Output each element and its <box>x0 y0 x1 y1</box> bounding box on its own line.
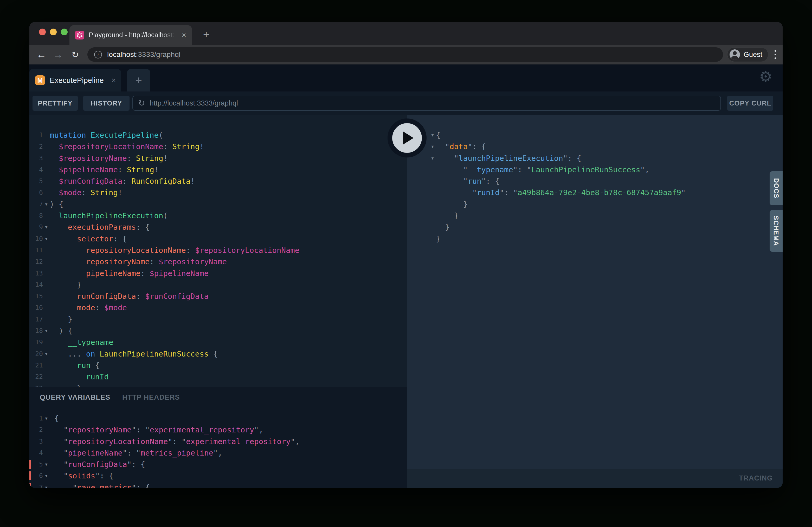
history-button[interactable]: HISTORY <box>83 96 130 111</box>
line-number: 6 <box>29 187 43 198</box>
fold-spacer <box>43 383 50 387</box>
code-line: 9▼ executionParams: { <box>29 222 407 233</box>
query-editor[interactable]: 1mutation ExecutePipeline(2 $repositoryL… <box>29 130 407 387</box>
back-icon[interactable]: ← <box>34 45 49 64</box>
fold-arrow-icon[interactable]: ▼ <box>429 141 436 152</box>
line-number: 17 <box>29 314 43 325</box>
close-window-button[interactable] <box>39 29 46 35</box>
docs-side-tab[interactable]: DOCS <box>770 171 783 205</box>
response-pane[interactable]: ▼{▼ "data": {▼ "launchPipelineExecution"… <box>407 115 783 469</box>
fold-arrow-icon[interactable]: ▼ <box>43 413 50 424</box>
fold-arrow-icon[interactable]: ▼ <box>43 348 50 360</box>
zoom-window-button[interactable] <box>61 29 68 35</box>
endpoint-url-input[interactable]: ↺ http://localhost:3333/graphql <box>132 96 721 111</box>
copy-curl-button[interactable]: COPY CURL <box>727 96 773 111</box>
browser-tab[interactable]: Playground - http://localhost:3 × <box>70 25 192 45</box>
line-number: 9 <box>29 222 43 233</box>
line-number: 1 <box>29 413 43 424</box>
line-number: 23 <box>29 383 43 387</box>
code-line: 15 runConfigData: $runConfigData <box>29 290 407 302</box>
code-line: 10▼ selector: { <box>29 233 407 244</box>
replay-icon[interactable]: ↺ <box>138 98 145 108</box>
line-number: 16 <box>29 302 43 313</box>
line-number: 14 <box>29 279 43 290</box>
tab-http-headers[interactable]: HTTP HEADERS <box>122 393 180 402</box>
address-path: :3333/graphql <box>136 50 180 59</box>
fold-arrow-icon[interactable]: ▼ <box>43 459 50 470</box>
code-line: "runId": "a49b864a-79e2-4be8-b78c-687457… <box>429 187 783 198</box>
fold-spacer <box>429 176 436 187</box>
line-number: 5 <box>29 459 43 470</box>
site-info-icon[interactable]: i <box>94 51 102 59</box>
browser-menu-icon[interactable] <box>773 48 778 61</box>
fold-spacer <box>429 164 436 176</box>
code-line: 12 repositoryName: $repositoryName <box>29 256 407 267</box>
fold-arrow-icon[interactable]: ▼ <box>43 198 50 210</box>
prettify-button[interactable]: PRETTIFY <box>32 96 78 111</box>
tab-query-variables[interactable]: QUERY VARIABLES <box>40 393 110 402</box>
profile-button[interactable]: Guest <box>727 47 768 62</box>
fold-arrow-icon[interactable]: ▼ <box>429 152 436 164</box>
fold-arrow-icon[interactable]: ▼ <box>43 482 50 488</box>
fold-spacer <box>43 371 50 382</box>
fold-arrow-icon[interactable]: ▼ <box>43 222 50 233</box>
line-number: 19 <box>29 336 43 348</box>
playground-tab-bar: M ExecutePipeline × + ⚙ <box>29 64 783 91</box>
variables-editor[interactable]: 1▼{2 "repositoryName": "experimental_rep… <box>29 413 407 488</box>
schema-side-tab[interactable]: SCHEMA <box>770 210 783 252</box>
desktop-background: Playground - http://localhost:3 × + ← → … <box>0 0 812 527</box>
code-line: 6 $mode: String! <box>29 187 407 198</box>
code-line: } <box>429 222 783 233</box>
playground-tab-close-icon[interactable]: × <box>112 76 116 85</box>
minimize-window-button[interactable] <box>50 29 57 35</box>
fold-spacer <box>43 141 50 152</box>
line-number: 18 <box>29 325 43 336</box>
code-line: 5▼ "runConfigData": { <box>29 459 407 470</box>
fold-arrow-icon[interactable]: ▼ <box>43 325 50 336</box>
code-line: 3 $repositoryName: String! <box>29 152 407 164</box>
code-line: 11 repositoryLocationName: $repositoryLo… <box>29 244 407 256</box>
query-variables-pane[interactable]: QUERY VARIABLES HTTP HEADERS 1▼{2 "repos… <box>29 387 407 488</box>
settings-gear-icon[interactable]: ⚙ <box>759 68 772 85</box>
code-line: 8 launchPipelineExecution( <box>29 210 407 222</box>
line-number: 2 <box>29 424 43 436</box>
fold-spacer <box>429 233 436 244</box>
line-number: 4 <box>29 164 43 176</box>
reload-icon[interactable]: ↻ <box>68 45 83 64</box>
code-line: ▼ "launchPipelineExecution": { <box>429 152 783 164</box>
code-line: 2 $repositoryLocationName: String! <box>29 141 407 152</box>
playground-tab-executepipeline[interactable]: M ExecutePipeline × <box>29 69 121 91</box>
tracing-label[interactable]: TRACING <box>739 474 773 482</box>
new-tab-button[interactable]: + <box>199 27 214 42</box>
fold-spacer <box>429 222 436 233</box>
code-line: 4 "pipelineName": "metrics_pipeline", <box>29 447 407 459</box>
tab-close-icon[interactable]: × <box>182 31 186 39</box>
address-host: localhost <box>107 50 136 59</box>
fold-arrow-icon[interactable]: ▼ <box>43 470 50 482</box>
address-bar[interactable]: i localhost:3333/graphql <box>87 47 723 62</box>
line-number: 20 <box>29 348 43 360</box>
line-number: 7 <box>29 482 43 488</box>
line-number: 4 <box>29 447 43 459</box>
endpoint-url-value: http://localhost:3333/graphql <box>150 99 238 107</box>
code-line: 22 runId <box>29 371 407 382</box>
fold-arrow-icon[interactable]: ▼ <box>429 130 436 141</box>
fold-arrow-icon[interactable]: ▼ <box>43 233 50 244</box>
playground-new-tab-button[interactable]: + <box>127 69 150 91</box>
forward-icon[interactable]: → <box>51 45 65 64</box>
line-number: 12 <box>29 256 43 267</box>
line-number: 21 <box>29 360 43 371</box>
fold-spacer <box>43 244 50 256</box>
fold-spacer <box>43 279 50 290</box>
line-number: 11 <box>29 244 43 256</box>
fold-spacer <box>429 198 436 210</box>
query-editor-pane[interactable]: 1mutation ExecutePipeline(2 $repositoryL… <box>29 115 407 387</box>
code-line: 18▼ ) { <box>29 325 407 336</box>
lint-marker <box>29 471 31 480</box>
execute-query-button[interactable] <box>388 119 426 157</box>
browser-toolbar: ← → ↻ i localhost:3333/graphql Guest <box>29 45 783 64</box>
code-line: "run": { <box>429 176 783 187</box>
line-number: 22 <box>29 371 43 382</box>
code-line: 3 "repositoryLocationName": "experimenta… <box>29 436 407 447</box>
line-number: 8 <box>29 210 43 222</box>
